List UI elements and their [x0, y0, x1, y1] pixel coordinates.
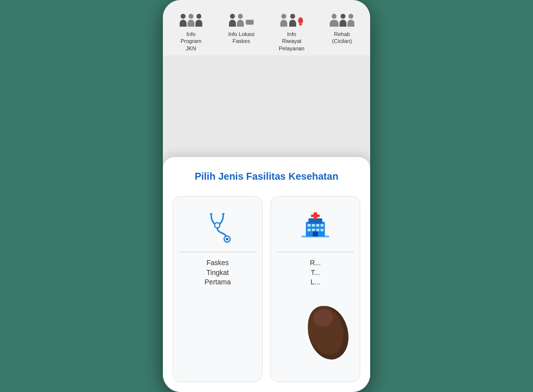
location-pin-icon: [298, 17, 303, 24]
option-card-faskes-tingkat-pertama[interactable]: FaskesTingkatPertama: [173, 196, 263, 382]
menu-label-info-lokasi-faskes: Info LokasiFaskes: [228, 31, 254, 45]
person-head: [348, 14, 353, 19]
svg-rect-15: [312, 229, 315, 231]
svg-rect-18: [313, 231, 318, 236]
person-2: [289, 14, 296, 27]
info-lokasi-faskes-icon-wrapper: [226, 5, 257, 29]
svg-rect-11: [312, 224, 315, 227]
people-with-card-icon: [229, 7, 254, 27]
hospital-icon-wrapper: [296, 206, 335, 246]
svg-point-4: [226, 238, 228, 240]
person-head: [332, 14, 337, 19]
person-head: [230, 14, 235, 19]
person-2: [340, 14, 346, 27]
pin-shape: [298, 17, 303, 24]
app-background: Pilih Jenis Fasilitas Kesehatan: [163, 56, 370, 392]
svg-rect-16: [316, 229, 319, 231]
person-1: [229, 14, 236, 27]
menu-item-rehab-cicilan[interactable]: Rehab(Cicilan): [318, 5, 366, 52]
person-1: [330, 14, 339, 27]
person-head: [196, 14, 201, 19]
menu-item-info-lokasi-faskes[interactable]: Info LokasiFaskes: [217, 5, 266, 52]
menu-item-info-program-jkn[interactable]: InfoProgramJKN: [167, 5, 215, 52]
finger-hand-overlay: [296, 293, 355, 362]
option-divider: [179, 252, 256, 252]
rehab-icon-wrapper: [326, 5, 358, 29]
svg-rect-10: [307, 224, 310, 227]
person-body: [330, 20, 339, 27]
person-body: [347, 20, 354, 27]
person-3: [347, 14, 354, 27]
person-head: [238, 14, 243, 19]
finger-svg: [296, 293, 355, 362]
person-body: [280, 20, 287, 27]
option-label-faskes-tingkat-pertama: FaskesTingkatPertama: [205, 258, 231, 287]
person-1: [280, 14, 287, 27]
people-group-icon: [180, 7, 202, 27]
svg-rect-14: [307, 229, 310, 231]
phone-screen: InfoProgramJKN: [163, 0, 370, 392]
card-icon: [246, 20, 254, 25]
stethoscope-icon-wrapper: [198, 206, 237, 246]
svg-rect-12: [316, 224, 319, 227]
person-head: [290, 14, 295, 19]
menu-label-info-riwayat-pelayanan: InfoRiwayatPelayanan: [279, 31, 305, 52]
person-2: [237, 14, 244, 27]
svg-rect-13: [321, 224, 324, 227]
stethoscope-svg: [200, 209, 235, 243]
pin-tail: [299, 24, 303, 26]
svg-rect-9: [311, 214, 320, 217]
person-body: [195, 20, 202, 27]
people-pin-group-icon: [280, 7, 303, 27]
menu-item-info-riwayat-pelayanan[interactable]: InfoRiwayatPelayanan: [267, 5, 316, 52]
person-body: [289, 20, 296, 27]
person-body: [229, 20, 236, 27]
phone-frame: InfoProgramJKN: [163, 0, 370, 392]
person-head: [181, 14, 186, 19]
menu-label-info-program-jkn: InfoProgramJKN: [181, 31, 201, 52]
person-3: [195, 14, 202, 27]
person-body: [180, 20, 187, 27]
person-2: [188, 14, 194, 27]
svg-point-2: [215, 223, 220, 228]
person-body: [340, 20, 346, 27]
person-1: [180, 14, 187, 27]
menu-label-rehab-cicilan: Rehab(Cicilan): [332, 31, 352, 45]
modal-title: Pilih Jenis Fasilitas Kesehatan: [173, 171, 360, 182]
person-body: [188, 20, 194, 27]
person-head: [341, 14, 345, 19]
hospital-svg: [298, 209, 333, 243]
person-head: [281, 14, 286, 19]
option-divider: [277, 252, 354, 252]
option-label-rumah-sakit: R...T...L...: [310, 258, 321, 287]
svg-rect-17: [321, 229, 324, 231]
info-riwayat-icon-wrapper: [276, 5, 307, 29]
rehab-people-icon: [330, 7, 354, 27]
info-program-jkn-icon-wrapper: [175, 5, 207, 29]
top-menu: InfoProgramJKN: [163, 0, 370, 56]
person-head: [189, 14, 193, 19]
person-body: [237, 20, 244, 27]
